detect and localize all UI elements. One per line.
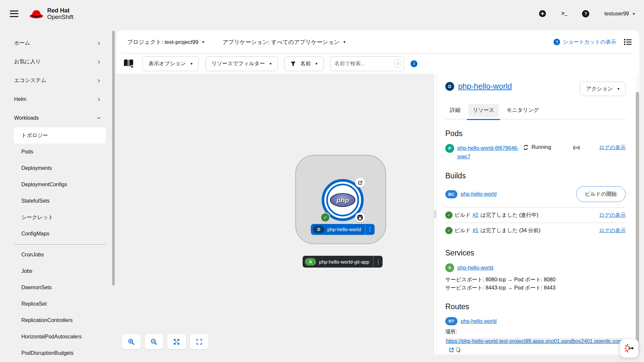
- sidebar-divider: [14, 244, 106, 245]
- topology-canvas[interactable]: php ✓: [116, 74, 433, 354]
- name-filter-dropdown[interactable]: 名前 ▾: [284, 56, 324, 71]
- sidebar-item-jobs[interactable]: Jobs: [14, 263, 106, 279]
- route-link[interactable]: php-hello-world: [461, 318, 496, 324]
- php-logo: php: [330, 193, 355, 207]
- book-plus-icon: [123, 59, 134, 69]
- sidebar-item-workloads[interactable]: Workloads ›: [0, 109, 116, 127]
- user-menu-button[interactable]: testuser99 ▾: [604, 11, 635, 17]
- quick-starts-button[interactable]: [123, 59, 134, 69]
- caret-down-icon: ▾: [633, 11, 635, 16]
- pod-link[interactable]: php-hello-world-6f678646-jvwc7: [457, 144, 520, 161]
- chevron-down-icon: ›: [95, 117, 102, 119]
- actions-dropdown-button[interactable]: アクション ▾: [580, 82, 626, 96]
- scrollbar-thumb[interactable]: [636, 92, 639, 354]
- sidebar-item-ecosystem[interactable]: エコシステム ›: [0, 71, 116, 90]
- deployment-node-label[interactable]: D php-hello-world ⋮: [311, 224, 374, 235]
- sidebar-item-label: お気に入り: [14, 58, 41, 65]
- sidebar-item-secrets[interactable]: シークレット: [14, 209, 106, 226]
- tab-resources[interactable]: リソース: [468, 104, 499, 117]
- node-kebab-menu[interactable]: ⋮: [365, 226, 374, 233]
- masthead: Red Hat OpenShift >_ ? testuser99 ▾: [0, 0, 644, 27]
- sidebar-item-replicationcontrollers[interactable]: ReplicationControllers: [14, 312, 106, 329]
- zoom-out-icon: [151, 338, 157, 345]
- sidebar-item-helm[interactable]: Helm ›: [0, 90, 116, 109]
- list-view-toggle-button[interactable]: [624, 39, 632, 45]
- info-icon[interactable]: i: [411, 60, 417, 67]
- sidebar-item-statefulsets[interactable]: StatefulSets: [14, 193, 106, 209]
- application-group-label[interactable]: A php-hello-world-git-app ⋮: [303, 256, 383, 268]
- service-row: S php-hello-world: [445, 263, 626, 272]
- sidebar-item-horizontalpodautoscalers[interactable]: HorizontalPodAutoscalers: [14, 329, 106, 345]
- view-shortcuts-label: ショートカットの表示: [563, 39, 616, 46]
- sidebar-item-deployments[interactable]: Deployments: [14, 160, 106, 176]
- chevron-right-icon: ›: [98, 77, 100, 84]
- tab-details[interactable]: 詳細: [445, 104, 465, 117]
- sidebar-item-favorites[interactable]: お気に入り ›: [0, 52, 116, 71]
- node-label-text: php-hello-world: [327, 227, 365, 232]
- route-url-link[interactable]: https://php-hello-world-test-project99.a…: [445, 338, 623, 344]
- pod-view-logs-link[interactable]: ログの表示: [599, 144, 626, 151]
- sidebar-scrollbar[interactable]: [112, 31, 115, 286]
- project-selector-label: プロジェクト: test-project99: [127, 38, 198, 46]
- panel-scrollbar[interactable]: [635, 74, 639, 354]
- sidebar-item-configmaps[interactable]: ConfigMaps: [14, 226, 106, 242]
- build-status-decorator[interactable]: ✓: [320, 212, 330, 222]
- menu-toggle-button[interactable]: [10, 10, 18, 17]
- sidebar-item-label: DeploymentConfigs: [21, 182, 67, 188]
- service-port-mapping: サービスポート: 8080-tcp → Pod ポート: 8080: [445, 275, 626, 284]
- panel-resize-splitter[interactable]: [433, 74, 437, 354]
- fit-to-screen-button[interactable]: [167, 334, 186, 349]
- build-number-link[interactable]: #1: [473, 228, 478, 233]
- openshift-console: Red Hat OpenShift >_ ? testuser99 ▾: [0, 0, 644, 362]
- workarea: php ✓: [116, 74, 639, 354]
- application-selector-label: アプリケーション: すべてのアプリケーション: [223, 38, 340, 46]
- sidebar-item-poddisruptionbudgets[interactable]: PodDisruptionBudgets: [14, 345, 106, 361]
- sidebar-item-cronjobs[interactable]: CronJobs: [14, 247, 106, 263]
- external-link-icon: [358, 180, 363, 185]
- question-circle-icon: ?: [553, 39, 560, 45]
- build-view-logs-link[interactable]: ログの表示: [599, 227, 626, 234]
- brand-line2: OpenShift: [47, 14, 73, 20]
- lightspeed-burst-icon: [624, 343, 634, 353]
- buildconfig-row: BC php-hello-world ビルドの開始: [445, 186, 626, 202]
- sidebar-item-home[interactable]: ホーム ›: [0, 34, 116, 52]
- build-number-link[interactable]: #2: [473, 212, 478, 218]
- pods-heading: Pods: [445, 129, 626, 138]
- service-link[interactable]: php-hello-world: [457, 265, 493, 271]
- search-field: /: [330, 56, 404, 71]
- quick-create-button[interactable]: [539, 10, 546, 17]
- caret-down-icon: ▾: [202, 40, 204, 44]
- search-input[interactable]: [330, 56, 404, 71]
- display-options-dropdown[interactable]: 表示オプション ▾: [142, 56, 199, 71]
- sidebar-item-deploymentconfigs[interactable]: DeploymentConfigs: [14, 176, 106, 193]
- start-build-button[interactable]: ビルドの開始: [576, 186, 626, 202]
- help-icon: ?: [582, 10, 589, 17]
- application-badge: A: [305, 258, 316, 266]
- zoom-out-button[interactable]: [145, 334, 163, 349]
- tab-monitoring[interactable]: モニタリング: [502, 104, 543, 117]
- panel-title-link[interactable]: php-hello-world: [458, 82, 512, 91]
- external-link-icon[interactable]: [449, 347, 454, 353]
- zoom-in-button[interactable]: [122, 334, 141, 349]
- sidebar-item-topology[interactable]: トポロジー: [14, 127, 106, 144]
- edit-source-decorator[interactable]: [355, 212, 365, 222]
- application-selector[interactable]: アプリケーション: すべてのアプリケーション ▾: [223, 38, 346, 46]
- expand-arrows-icon: [173, 338, 180, 345]
- sidebar-item-pods[interactable]: Pods: [14, 144, 106, 160]
- buildconfig-link[interactable]: php-hello-world: [461, 191, 496, 197]
- open-url-decorator[interactable]: [355, 178, 365, 188]
- web-terminal-button[interactable]: >_: [561, 11, 567, 17]
- lightspeed-assistant-button[interactable]: [620, 339, 639, 358]
- project-selector[interactable]: プロジェクト: test-project99 ▾: [127, 38, 204, 46]
- copy-icon[interactable]: [455, 347, 461, 353]
- build-view-logs-link[interactable]: ログの表示: [599, 212, 626, 219]
- sidebar-item-replicaset[interactable]: ReplicaSet: [14, 296, 106, 312]
- help-button[interactable]: ?: [582, 10, 589, 17]
- sidebar-item-daemonsets[interactable]: DaemonSets: [14, 279, 106, 296]
- reset-view-button[interactable]: [190, 334, 209, 349]
- fit-brackets-icon: [196, 338, 203, 345]
- deployment-node[interactable]: php ✓: [322, 179, 364, 221]
- application-kebab-menu[interactable]: ⋮: [373, 258, 383, 265]
- filter-resources-dropdown[interactable]: リソースでフィルター ▾: [205, 56, 278, 71]
- view-shortcuts-link[interactable]: ? ショートカットの表示: [553, 39, 616, 46]
